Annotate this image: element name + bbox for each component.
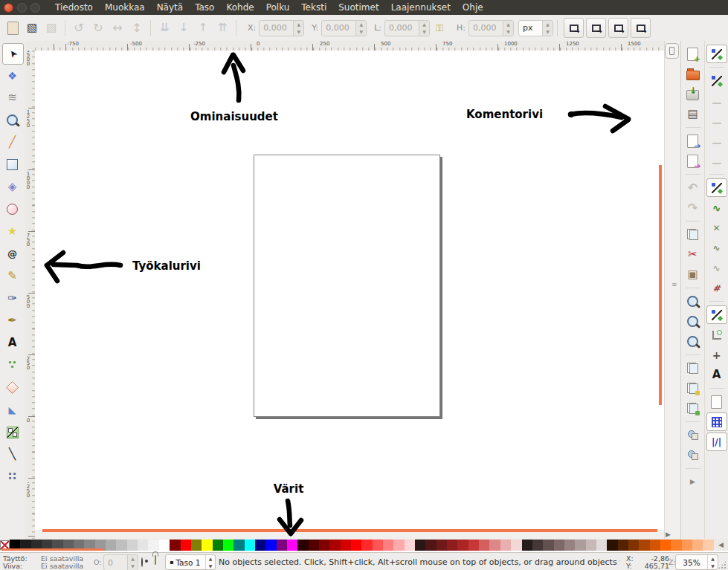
paint-bucket-tool[interactable]: ◣ bbox=[2, 400, 22, 420]
spiral-tool[interactable]: @ bbox=[2, 244, 22, 264]
palette-swatch[interactable] bbox=[543, 540, 553, 551]
undo-button[interactable]: ↶ bbox=[683, 178, 703, 197]
palette-swatch[interactable] bbox=[361, 540, 372, 551]
snap-bounding-box-toggle[interactable] bbox=[707, 71, 727, 90]
palette-swatch[interactable] bbox=[329, 540, 340, 551]
w-field[interactable]: 0,000▲▼ bbox=[384, 20, 430, 36]
palette-swatch[interactable] bbox=[265, 540, 276, 551]
palette-swatch[interactable] bbox=[554, 540, 564, 551]
move-patterns-toggle[interactable]: → bbox=[631, 18, 651, 38]
paste-button[interactable]: ▣ bbox=[683, 265, 703, 284]
box3d-tool[interactable]: ◈ bbox=[2, 177, 22, 197]
flip-vertical-button[interactable]: ↕ bbox=[127, 19, 146, 38]
snap-midpoints-toggle[interactable]: # bbox=[707, 279, 727, 297]
palette-swatch[interactable] bbox=[660, 540, 671, 551]
move-gradients-toggle[interactable]: → bbox=[608, 18, 628, 38]
unlink-clone-button[interactable] bbox=[683, 399, 703, 418]
scale-stroke-width-toggle[interactable]: → bbox=[564, 18, 584, 38]
raise-button[interactable]: ↑ bbox=[193, 19, 213, 38]
palette-swatch[interactable] bbox=[447, 540, 457, 551]
snap-page-border-toggle[interactable] bbox=[707, 392, 727, 411]
create-clone-button[interactable] bbox=[683, 379, 703, 398]
menu-ohje[interactable]: Ohje bbox=[457, 1, 489, 14]
palette-swatch[interactable] bbox=[245, 540, 255, 551]
opacity-spinner[interactable]: ▲▼ bbox=[127, 555, 138, 570]
zoom-to-drawing-button[interactable] bbox=[683, 312, 703, 331]
menu-taso[interactable]: Taso bbox=[189, 1, 220, 14]
print-document-button[interactable]: ▤ bbox=[683, 105, 703, 123]
node-tool[interactable]: ❖ bbox=[2, 65, 22, 85]
palette-swatch[interactable] bbox=[191, 540, 202, 551]
palette-swatch[interactable] bbox=[393, 540, 404, 551]
layer-selector[interactable]: ▪ Taso 1 ▲▼ bbox=[165, 554, 216, 570]
pen-tool[interactable]: ✑ bbox=[2, 288, 22, 308]
menu-suotimet[interactable]: Suotimet bbox=[332, 1, 384, 14]
snap-guides-toggle[interactable]: |/| bbox=[706, 433, 727, 451]
palette-swatch[interactable] bbox=[159, 540, 170, 551]
raise-to-top-button[interactable]: ⇈ bbox=[213, 19, 232, 38]
w-field-spinner[interactable]: ▲▼ bbox=[419, 21, 429, 36]
palette-swatch[interactable] bbox=[202, 540, 212, 551]
window-maximize-button[interactable] bbox=[30, 3, 40, 13]
snap-nodes-toggle[interactable] bbox=[706, 178, 727, 197]
window-resize-grip[interactable] bbox=[718, 560, 727, 569]
export-bitmap-button[interactable]: → bbox=[683, 152, 703, 170]
palette-swatch[interactable] bbox=[500, 540, 511, 551]
vertical-scrollbar[interactable] bbox=[664, 41, 681, 540]
snap-smooth-nodes-toggle[interactable]: ∿ bbox=[707, 259, 727, 277]
palette-swatch[interactable] bbox=[116, 540, 126, 551]
palette-swatch[interactable] bbox=[309, 540, 319, 551]
palette-swatch[interactable] bbox=[148, 540, 158, 551]
snap-text-baseline-toggle[interactable]: A bbox=[707, 366, 727, 384]
window-close-button[interactable] bbox=[4, 3, 13, 13]
sticky-zoom-button[interactable] bbox=[665, 43, 679, 59]
flip-horizontal-button[interactable]: ↔ bbox=[108, 19, 127, 38]
palette-swatch[interactable] bbox=[415, 540, 425, 551]
x-field-spinner[interactable]: ▲▼ bbox=[293, 21, 303, 36]
eraser-tool[interactable] bbox=[2, 378, 22, 398]
h-field[interactable]: 0,000▲▼ bbox=[468, 20, 514, 36]
text-tool[interactable]: A bbox=[2, 333, 22, 353]
y-field-spinner[interactable]: ▲▼ bbox=[355, 21, 366, 36]
palette-swatch[interactable] bbox=[682, 540, 692, 551]
palette-swatch[interactable] bbox=[532, 540, 543, 551]
connector-tool[interactable]: ∷ bbox=[2, 467, 22, 487]
palette-swatch[interactable] bbox=[106, 540, 116, 551]
palette-swatch[interactable] bbox=[650, 540, 660, 551]
unit-spinner[interactable]: ▲▼ bbox=[542, 21, 553, 36]
palette-swatch[interactable] bbox=[255, 540, 265, 551]
document-properties-button[interactable] bbox=[3, 19, 22, 38]
scale-rounded-corners-toggle[interactable]: → bbox=[586, 18, 606, 38]
redo-button[interactable]: ↷ bbox=[683, 198, 703, 217]
menu-näytä[interactable]: Näytä bbox=[151, 1, 190, 14]
gradient-tool[interactable] bbox=[2, 422, 22, 442]
dock-grip-handle[interactable]: ≡ bbox=[671, 284, 677, 286]
align-dialog-button[interactable] bbox=[683, 426, 703, 444]
horizontal-ruler[interactable]: -750-500-2500250500750100012501500 bbox=[35, 41, 664, 51]
snap-rotation-centers-toggle[interactable]: + bbox=[707, 346, 727, 364]
snap-other-points-toggle[interactable] bbox=[706, 305, 727, 324]
palette-swatch[interactable] bbox=[671, 540, 681, 551]
spray-tool[interactable]: ∵ bbox=[2, 355, 22, 375]
hscroll-right-arrow-icon[interactable]: ▶ bbox=[666, 531, 671, 538]
tweak-tool[interactable]: ≋ bbox=[2, 88, 22, 108]
opacity-spinbox[interactable]: 0▲▼ bbox=[103, 554, 138, 570]
palette-scroll-left-icon[interactable]: ◀ bbox=[718, 541, 724, 548]
snap-grid-toggle[interactable] bbox=[706, 412, 727, 431]
vertical-ruler[interactable]: 1500125010007505002500-250 bbox=[25, 51, 36, 540]
palette-swatch[interactable] bbox=[223, 540, 233, 551]
zoom-tool[interactable] bbox=[2, 110, 22, 130]
snap-paths-toggle[interactable]: ∿ bbox=[707, 198, 727, 217]
menu-teksti[interactable]: Teksti bbox=[295, 1, 332, 14]
lock-ratio-toggle[interactable]: ⚿ bbox=[430, 19, 449, 38]
palette-swatch[interactable] bbox=[479, 540, 489, 551]
palette-swatch[interactable] bbox=[586, 540, 596, 551]
zoom-to-page-button[interactable] bbox=[683, 332, 703, 351]
palette-swatch[interactable] bbox=[341, 540, 351, 551]
menu-kohde[interactable]: Kohde bbox=[220, 1, 260, 14]
import-bitmap-button[interactable]: → bbox=[683, 132, 703, 150]
palette-swatch[interactable] bbox=[425, 540, 436, 551]
palette-swatch[interactable] bbox=[457, 540, 468, 551]
palette-swatch[interactable] bbox=[277, 540, 287, 551]
ellipse-tool[interactable] bbox=[2, 199, 22, 219]
